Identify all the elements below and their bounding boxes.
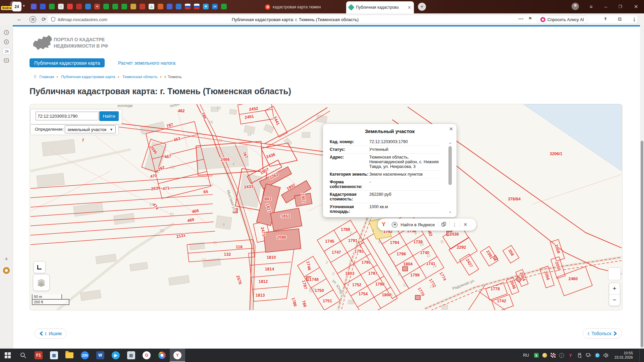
taskbar-explorer-icon[interactable] <box>62 349 77 362</box>
search-button[interactable] <box>15 349 31 362</box>
bookmark-triangle-icon[interactable]: △ <box>149 4 154 9</box>
bookmark-sheets4-icon[interactable] <box>121 4 127 9</box>
bookmark-crest-red-icon[interactable] <box>140 4 145 9</box>
taskbar-chrome-icon[interactable] <box>154 349 170 362</box>
yandex-browser-icon[interactable]: Y <box>382 221 385 228</box>
sidebar-24-icon[interactable]: 24 <box>3 48 11 55</box>
taskbar-opera-icon[interactable]: O <box>139 349 154 362</box>
tabs-sync-icon[interactable]: ⧉ <box>618 16 622 22</box>
bookmark-icon[interactable]: ⚑ <box>528 16 532 21</box>
prev-city-button[interactable]: г. Ишим <box>35 328 67 339</box>
bookmark-sheets2-icon[interactable] <box>103 4 109 9</box>
taskbar-yandex-icon[interactable]: Y <box>170 349 185 362</box>
scroll-thumb[interactable] <box>448 146 452 185</box>
yandex-search-button[interactable]: Найти в Яндексе <box>400 222 435 227</box>
site-tab-land-tax[interactable]: Расчет земельного налога <box>118 60 175 66</box>
tab-counter-button[interactable]: 24 <box>12 2 21 11</box>
bookmark-sheets5-icon[interactable] <box>221 4 227 9</box>
more-vertical-icon[interactable]: ⋮ <box>452 222 457 227</box>
add-panel-icon[interactable]: + <box>3 256 10 262</box>
minimize-button[interactable]: – <box>604 4 607 9</box>
menu-icon[interactable]: ≡ <box>590 4 593 9</box>
page-scroll-thumb[interactable] <box>641 141 643 347</box>
extension-icon[interactable]: 🖈 <box>603 16 608 22</box>
network-icon[interactable] <box>586 353 591 358</box>
bookmark-red-app-icon[interactable] <box>67 4 73 9</box>
chevron-down-icon[interactable]: ▾ <box>23 3 25 8</box>
bookmark-cart-icon[interactable] <box>167 4 172 9</box>
site-tab-cadastral-map[interactable]: Публичная кадастровая карта <box>30 58 105 67</box>
messenger-icon[interactable] <box>3 57 10 64</box>
alice-sidebar-icon[interactable] <box>3 267 10 274</box>
layers-button[interactable] <box>33 274 50 291</box>
yandex-home-icon[interactable]: Я <box>30 16 36 23</box>
reload-button[interactable]: ⟳ <box>42 16 46 22</box>
history-icon[interactable] <box>3 29 10 36</box>
language-indicator[interactable]: RU <box>523 353 529 358</box>
bookmark-orange-app-icon[interactable] <box>158 4 163 9</box>
banana-app-icon[interactable] <box>542 353 547 358</box>
bookmark-gerb-icon[interactable]: ✦ <box>94 4 100 9</box>
start-button[interactable] <box>0 349 15 362</box>
tab-inactive[interactable]: Я кадастровая карта тюмен <box>262 2 347 12</box>
browser-avatar-icon[interactable] <box>572 3 579 10</box>
cadastral-number-input[interactable] <box>36 112 99 120</box>
bookmark-globe2-icon[interactable] <box>176 4 181 9</box>
site-logo-icon[interactable] <box>32 35 53 53</box>
browser-update-icon[interactable]: O <box>595 353 600 358</box>
login-button[interactable]: Войти <box>1 6 13 10</box>
taskbar-faststone-icon[interactable]: F1 <box>31 349 46 362</box>
definition-select[interactable]: земельный участок ▼ <box>65 125 116 133</box>
yandex-tray-icon[interactable]: Y <box>568 353 573 358</box>
bookmark-chip-24-icon[interactable]: 24 <box>212 4 218 9</box>
bookmark-grid-icon[interactable] <box>40 4 46 9</box>
tab-close-icon[interactable]: ✕ <box>408 5 411 10</box>
taskbar-scanner-icon[interactable]: ▤ <box>123 349 139 362</box>
bookmark-c-emblem-icon[interactable] <box>76 4 82 9</box>
find-button[interactable]: Найти <box>99 111 119 121</box>
next-city-button[interactable]: г. Тобольск <box>583 328 622 339</box>
bookmark-cube-icon[interactable] <box>31 4 37 9</box>
close-toolbar-icon[interactable]: ✕ <box>464 222 468 227</box>
volume-icon[interactable] <box>603 353 609 358</box>
usb-icon[interactable] <box>577 353 582 358</box>
breadcrumb-item[interactable]: Главная <box>40 75 54 79</box>
bookmark-sheets-icon[interactable] <box>49 4 55 9</box>
bookmark-globe-icon[interactable] <box>85 4 91 9</box>
zoom-in-button[interactable]: + <box>609 283 620 294</box>
bookmark-flag-ru-icon[interactable] <box>185 4 191 9</box>
copy-icon[interactable] <box>441 222 446 228</box>
shield-icon[interactable] <box>51 17 55 23</box>
kaspersky-icon[interactable]: k <box>534 353 539 358</box>
video-icon[interactable] <box>3 39 10 45</box>
zoom-out-button[interactable]: − <box>609 295 620 306</box>
popup-close-icon[interactable]: ✕ <box>449 126 453 132</box>
scroll-down-icon[interactable]: ▼ <box>449 211 451 214</box>
more-tray-icon[interactable]: ⋮ <box>559 353 564 358</box>
fullscreen-button[interactable] <box>608 267 621 280</box>
taskbar-word-icon[interactable]: W <box>93 349 108 362</box>
show-desktop-button[interactable] <box>639 349 642 362</box>
taskbar-zoom-icon[interactable]: zm <box>77 349 93 362</box>
measure-button[interactable] <box>34 261 46 273</box>
taskbar-calculator-icon[interactable]: ▦ <box>46 349 62 362</box>
more-icon[interactable]: ••• <box>518 16 524 21</box>
taskbar-telegram-icon[interactable]: ▶ <box>108 349 123 362</box>
tab-active[interactable]: Публичная кадастрова ✕ <box>346 1 414 13</box>
breadcrumb-item[interactable]: Тюменская область <box>122 75 158 79</box>
ask-alice-button[interactable]: Спросить Алису AI <box>537 15 588 24</box>
url-text[interactable]: ik8map.roscadastres.com <box>58 17 107 22</box>
close-button[interactable]: ✕ <box>634 4 638 10</box>
bookmark-building-icon[interactable]: ⌂ <box>58 4 64 9</box>
scroll-up-icon[interactable]: ▲ <box>449 141 451 144</box>
popup-scrollbar[interactable]: ▲ ▼ <box>448 141 452 214</box>
downloads-icon[interactable]: ⭳ <box>632 16 637 22</box>
bookmark-sheets3-icon[interactable] <box>112 4 118 9</box>
maximize-button[interactable]: ❐ <box>619 4 622 9</box>
bookmark-flag-ru2-icon[interactable] <box>194 4 200 9</box>
vnc-icon[interactable]: V <box>551 353 555 358</box>
back-button[interactable]: ← <box>17 16 22 22</box>
bookmark-crest-gold-icon[interactable] <box>130 4 136 9</box>
breadcrumb-item[interactable]: Публичная кадастровая карта <box>61 75 115 79</box>
new-tab-button[interactable]: + <box>418 3 426 11</box>
